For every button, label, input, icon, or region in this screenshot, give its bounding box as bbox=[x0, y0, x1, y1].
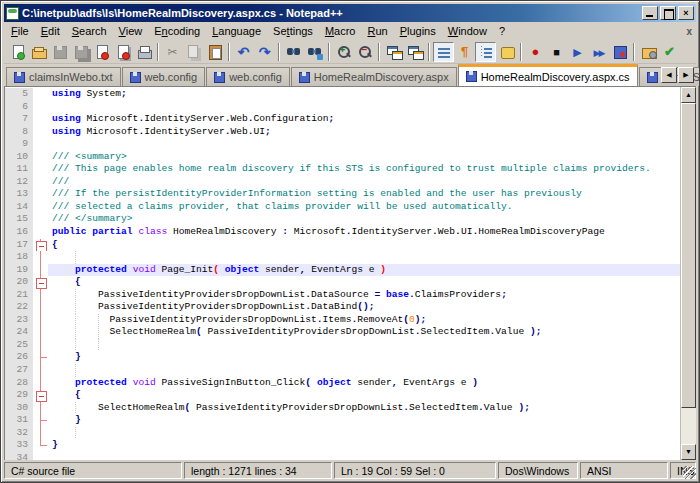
play-macro-button[interactable]: ▶ bbox=[567, 42, 588, 62]
code-text[interactable] bbox=[48, 138, 680, 151]
code-line-5: 5using System; bbox=[5, 88, 680, 101]
code-text[interactable]: protected void Page_Init( object sender,… bbox=[48, 264, 680, 277]
fold-collapse-icon[interactable] bbox=[33, 389, 48, 402]
find-button[interactable] bbox=[283, 42, 304, 62]
undo-button[interactable]: ↶ bbox=[233, 42, 254, 62]
document-close-icon[interactable]: x bbox=[686, 26, 692, 37]
close-button[interactable]: × bbox=[678, 6, 694, 20]
menu-help[interactable]: ? bbox=[493, 23, 511, 39]
code-text[interactable]: /// This page enables home realm discove… bbox=[48, 163, 680, 176]
save-macro-button[interactable] bbox=[609, 42, 630, 62]
code-text[interactable]: } bbox=[48, 439, 680, 452]
open-file-button[interactable] bbox=[28, 42, 49, 62]
redo-button[interactable]: ↷ bbox=[254, 42, 275, 62]
menu-file[interactable]: File bbox=[5, 23, 35, 39]
scroll-up-icon[interactable]: ▲ bbox=[681, 87, 696, 103]
tab-scroll-left-icon[interactable]: ◀ bbox=[661, 67, 677, 83]
fold-margin bbox=[33, 176, 48, 189]
code-text[interactable] bbox=[48, 364, 680, 377]
code-text[interactable]: SelectHomeRealm( PassiveIdentityProvider… bbox=[48, 402, 680, 415]
menu-edit[interactable]: Edit bbox=[35, 23, 66, 39]
maximize-button[interactable] bbox=[660, 6, 676, 20]
code-text[interactable]: protected void PassiveSignInButton_Click… bbox=[48, 377, 680, 390]
tab-web-config[interactable]: web.config bbox=[122, 67, 206, 86]
code-line-28: 28 protected void PassiveSignInButton_Cl… bbox=[5, 377, 680, 390]
menu-settings[interactable]: Settings bbox=[267, 23, 319, 39]
run-macro-multiple-button[interactable]: ▶▶ bbox=[588, 42, 609, 62]
code-text[interactable]: public partial class HomeRealmDiscovery … bbox=[48, 226, 680, 239]
code-text[interactable] bbox=[48, 427, 680, 440]
scroll-down-icon[interactable]: ▼ bbox=[681, 444, 696, 460]
line-number: 16 bbox=[5, 226, 33, 239]
minimize-button[interactable] bbox=[642, 6, 658, 20]
code-text[interactable] bbox=[48, 339, 680, 352]
menu-language[interactable]: Language bbox=[206, 23, 267, 39]
vertical-scrollbar[interactable]: ▲ ▼ bbox=[680, 87, 696, 460]
code-text[interactable] bbox=[48, 101, 680, 114]
code-text[interactable]: using Microsoft.IdentityServer.Web.Confi… bbox=[48, 113, 680, 126]
fold-margin bbox=[33, 151, 48, 164]
tab-scroll-right-icon[interactable]: ▶ bbox=[678, 67, 694, 83]
indent-guide-button[interactable] bbox=[475, 42, 496, 62]
code-text[interactable] bbox=[48, 452, 680, 460]
close-all-files-button[interactable] bbox=[112, 42, 133, 62]
code-text[interactable]: SelectHomeRealm( PassiveIdentityProvider… bbox=[48, 326, 680, 339]
close-file-button[interactable] bbox=[91, 42, 112, 62]
show-all-characters-button[interactable]: ¶ bbox=[454, 42, 475, 62]
zoom-in-button[interactable]: + bbox=[333, 42, 354, 62]
tab-homerealmdiscovery-aspx[interactable]: HomeRealmDiscovery.aspx bbox=[291, 67, 457, 86]
spell-check-plugin-button[interactable]: ✔ bbox=[659, 42, 680, 62]
menu-window[interactable]: Window bbox=[442, 23, 493, 39]
replace-button[interactable] bbox=[304, 42, 325, 62]
code-text[interactable]: } bbox=[48, 414, 680, 427]
menu-plugins[interactable]: Plugins bbox=[394, 23, 442, 39]
sync-vertical-button[interactable] bbox=[383, 42, 404, 62]
code-text[interactable]: PassiveIdentityProvidersDropDownList.Dat… bbox=[48, 289, 680, 302]
code-editor[interactable]: 5using System;67using Microsoft.Identity… bbox=[5, 87, 680, 460]
paste-button[interactable] bbox=[204, 42, 225, 62]
word-wrap-button[interactable] bbox=[433, 42, 454, 62]
fold-margin bbox=[33, 101, 48, 114]
code-text[interactable]: using System; bbox=[48, 88, 680, 101]
stop-macro-button[interactable]: ■ bbox=[546, 42, 567, 62]
menu-bar: FileEditSearchViewEncodingLanguageSettin… bbox=[4, 22, 696, 40]
menu-macro[interactable]: Macro bbox=[319, 23, 362, 39]
scrollbar-thumb[interactable] bbox=[681, 103, 696, 408]
code-text[interactable]: { bbox=[48, 389, 680, 402]
code-text[interactable]: /// <summary> bbox=[48, 151, 680, 164]
zoom-out-button[interactable]: − bbox=[354, 42, 375, 62]
user-defined-dialog-button[interactable] bbox=[496, 42, 517, 62]
app-icon[interactable] bbox=[6, 7, 19, 20]
menu-encoding[interactable]: Encoding bbox=[148, 23, 206, 39]
tab-claimsinwebo-txt[interactable]: claimsInWebo.txt bbox=[6, 67, 121, 86]
record-macro-button[interactable]: ● bbox=[525, 42, 546, 62]
menu-search[interactable]: Search bbox=[66, 23, 113, 39]
code-text[interactable] bbox=[48, 251, 680, 264]
code-text[interactable]: /// </summary> bbox=[48, 213, 680, 226]
new-file-icon bbox=[10, 44, 26, 60]
new-file-button[interactable] bbox=[7, 42, 28, 62]
fold-margin bbox=[33, 289, 48, 302]
code-text[interactable]: /// bbox=[48, 176, 680, 189]
code-text[interactable]: { bbox=[48, 239, 680, 252]
resize-grip[interactable] bbox=[683, 466, 696, 479]
code-text[interactable]: } bbox=[48, 351, 680, 364]
menu-view[interactable]: View bbox=[113, 23, 149, 39]
code-text[interactable]: PassiveIdentityProvidersDropDownList.Dat… bbox=[48, 301, 680, 314]
code-text[interactable]: /// If the persistIdentityProviderInform… bbox=[48, 188, 680, 201]
sync-horizontal-button[interactable] bbox=[404, 42, 425, 62]
print-button[interactable] bbox=[133, 42, 154, 62]
code-line-9: 9 bbox=[5, 138, 680, 151]
fold-collapse-icon[interactable] bbox=[33, 239, 48, 252]
code-text[interactable]: using Microsoft.IdentityServer.Web.UI; bbox=[48, 126, 680, 139]
tab-homerealmdiscovery-aspx-cs[interactable]: HomeRealmDiscovery.aspx.cs bbox=[458, 64, 638, 86]
code-text[interactable]: /// selected a claims provider, that cla… bbox=[48, 201, 680, 214]
menu-run[interactable]: Run bbox=[361, 23, 393, 39]
copy-icon bbox=[186, 44, 202, 60]
code-text[interactable]: PassiveIdentityProvidersDropDownList.Ite… bbox=[48, 314, 680, 327]
fold-collapse-icon[interactable] bbox=[33, 276, 48, 289]
code-text[interactable]: { bbox=[48, 276, 680, 289]
tab-web-config-2[interactable]: web.config bbox=[206, 67, 290, 86]
explorer-plugin-button[interactable] bbox=[638, 42, 659, 62]
fold-margin bbox=[33, 339, 48, 352]
